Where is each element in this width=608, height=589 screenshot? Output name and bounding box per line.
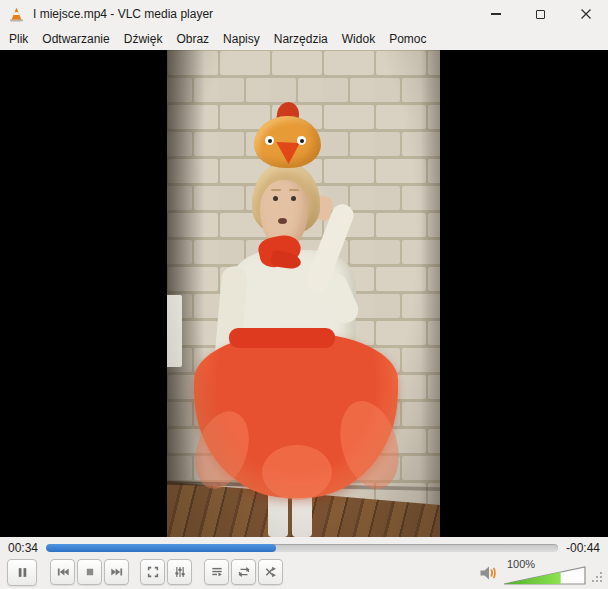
loop-button[interactable] bbox=[231, 559, 256, 585]
volume-wedge bbox=[502, 564, 588, 586]
pause-button[interactable] bbox=[7, 559, 37, 586]
menu-bar: Plik Odtwarzanie Dźwięk Obraz Napisy Nar… bbox=[0, 28, 608, 50]
title-bar: I miejsce.mp4 - VLC media player bbox=[0, 0, 608, 28]
loop-icon bbox=[237, 565, 251, 579]
fullscreen-icon bbox=[146, 565, 160, 579]
playlist-icon bbox=[210, 565, 224, 579]
seek-slider[interactable] bbox=[46, 544, 558, 552]
stop-icon bbox=[83, 565, 97, 579]
chicken-hat-pupil bbox=[268, 139, 272, 143]
controls-toolbar: 100% bbox=[0, 558, 608, 589]
video-surface[interactable] bbox=[0, 50, 608, 537]
child-eyebrow bbox=[271, 189, 281, 191]
menu-odtwarzanie[interactable]: Odtwarzanie bbox=[35, 29, 116, 49]
wall-shadow-right bbox=[420, 50, 440, 537]
seek-bar-row: 00:34 -00:44 bbox=[0, 537, 608, 558]
menu-dzwiek[interactable]: Dźwięk bbox=[117, 29, 170, 49]
random-icon bbox=[264, 565, 278, 579]
seek-fill bbox=[46, 544, 276, 552]
vlc-window: I miejsce.mp4 - VLC media player Plik Od… bbox=[0, 0, 608, 589]
menu-napisy[interactable]: Napisy bbox=[216, 29, 267, 49]
video-frame bbox=[167, 50, 440, 537]
volume-icon[interactable] bbox=[479, 564, 499, 582]
child-mouth bbox=[278, 218, 287, 224]
menu-obraz[interactable]: Obraz bbox=[169, 29, 216, 49]
maximize-button[interactable] bbox=[518, 0, 563, 28]
menu-pomoc[interactable]: Pomoc bbox=[382, 29, 433, 49]
menu-plik[interactable]: Plik bbox=[2, 29, 35, 49]
minimize-icon bbox=[491, 13, 501, 14]
volume-slider[interactable]: 100% bbox=[502, 558, 588, 586]
minimize-button[interactable] bbox=[473, 0, 518, 28]
chicken-hat-pupil bbox=[300, 139, 304, 143]
close-button[interactable] bbox=[563, 0, 608, 28]
extended-settings-icon bbox=[173, 565, 187, 579]
random-button[interactable] bbox=[258, 559, 283, 585]
menu-narzedzia[interactable]: Narzędzia bbox=[267, 29, 335, 49]
time-remaining: -00:44 bbox=[566, 541, 600, 555]
next-button[interactable] bbox=[104, 559, 129, 585]
previous-icon bbox=[56, 565, 70, 579]
pause-icon bbox=[15, 565, 30, 580]
white-object bbox=[167, 295, 182, 367]
next-icon bbox=[110, 565, 124, 579]
close-icon bbox=[580, 8, 592, 20]
previous-button[interactable] bbox=[50, 559, 75, 585]
resize-grip[interactable] bbox=[591, 569, 604, 584]
child-eyebrow bbox=[289, 189, 299, 191]
time-elapsed: 00:34 bbox=[8, 541, 38, 555]
extended-settings-button[interactable] bbox=[167, 559, 192, 585]
child-eye bbox=[273, 196, 278, 201]
stop-button[interactable] bbox=[77, 559, 102, 585]
tutu-waistband bbox=[229, 328, 335, 348]
maximize-icon bbox=[536, 10, 545, 19]
playlist-button[interactable] bbox=[204, 559, 229, 585]
fullscreen-button[interactable] bbox=[140, 559, 165, 585]
window-title: I miejsce.mp4 - VLC media player bbox=[33, 7, 213, 21]
vlc-logo-icon bbox=[8, 6, 25, 23]
tutu-tulle bbox=[262, 445, 332, 500]
child-eye bbox=[291, 196, 296, 201]
menu-widok[interactable]: Widok bbox=[335, 29, 382, 49]
